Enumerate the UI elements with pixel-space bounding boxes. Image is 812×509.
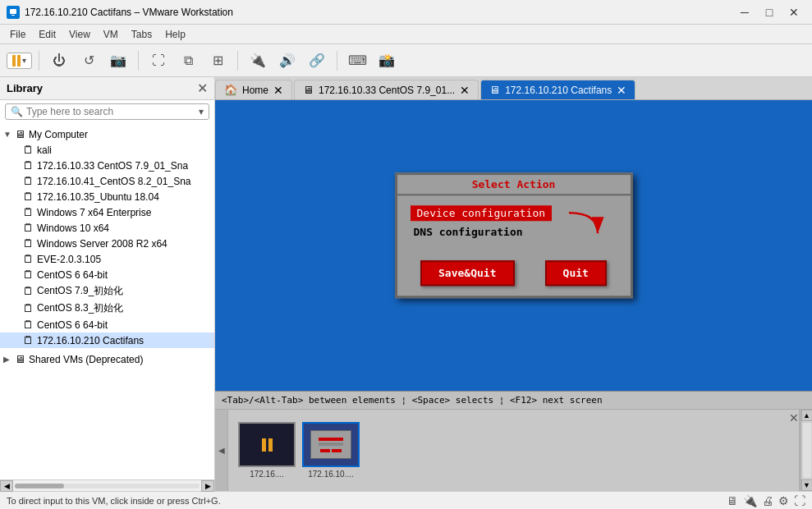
cactifans-tab-close[interactable]: ✕ [617,85,626,96]
tree-item-win7[interactable]: 🗒 Windows 7 x64 Enterprise [0,204,214,220]
snapshot-button[interactable]: 📷 [105,48,131,73]
vm-tree: ▼ 🖥 My Computer 🗒 kali 🗒 172.16.10.33 Ce… [0,123,214,479]
tree-item-eve[interactable]: 🗒 EVE-2.0.3.105 [0,251,214,267]
tree-item-win10[interactable]: 🗒 Windows 10 x64 [0,220,214,236]
settings-status-icon[interactable]: ⚙ [778,494,789,507]
thumbnail-1[interactable]: 172.16.... [238,422,296,479]
thumb-vscroll-up[interactable]: ▲ [801,410,813,421]
sidebar-close-button[interactable]: ✕ [197,80,208,96]
saveandquit-button[interactable]: Save&Quit [420,260,514,286]
expand-icon[interactable]: ▼ [3,130,15,139]
tree-item-ubuntu[interactable]: 🗒 172.16.10.35_Ubuntu 18.04 [0,189,214,204]
tree-item-winserver[interactable]: 🗒 Windows Server 2008 R2 x64 [0,236,214,251]
menu-bar: File Edit View VM Tabs Help [0,25,812,44]
send-key-button[interactable]: ⌨ [344,48,370,73]
select-action-dialog: Select Action Device configuration DNS c… [395,172,633,298]
search-input[interactable] [26,106,195,117]
scroll-left-arrow[interactable]: ◀ [0,480,13,492]
status-text: <Tab>/<Alt-Tab> between elements ¦ <Spac… [222,395,603,406]
tree-item-sharedvms[interactable]: ▶ 🖥 Shared VMs (Deprecated) [0,351,214,367]
sound-button[interactable]: 🔊 [274,48,300,73]
view-button[interactable]: ⊞ [204,48,231,73]
tab-cactifans[interactable]: 🖥 172.16.10.210 Cactifans ✕ [480,80,635,99]
sidebar-scrollbar[interactable]: ◀ ▶ [0,479,214,491]
home-tab-icon: 🏠 [224,84,237,96]
home-tab-close[interactable]: ✕ [273,85,283,96]
tree-item-centos6b[interactable]: 🗒 CentOS 6 64-bit [0,317,214,332]
menu-file[interactable]: File [3,27,32,42]
bottom-status-bar: To direct input to this VM, click inside… [0,491,812,509]
thumb-vscroll-track[interactable] [803,423,811,478]
vm-file-icon: 🗒 [23,237,34,250]
quit-button[interactable]: Quit [545,260,607,286]
thumbnail-2[interactable]: 172.16.10.... [302,422,360,479]
scroll-thumb[interactable] [15,484,64,488]
vm-file-icon: 🗒 [23,319,34,331]
search-box[interactable]: 🔍 ▾ [5,103,209,120]
vm-file-icon: 🗒 [23,222,34,234]
title-bar-left: 172.16.10.210 Cactifans – VMware Worksta… [7,6,233,19]
computer-icon: 🖥 [15,128,25,140]
scroll-right-arrow[interactable]: ▶ [201,480,214,492]
shared-expand-icon[interactable]: ▶ [3,355,15,364]
thumb-scroll-left[interactable]: ◀ [215,410,228,491]
tab-home[interactable]: 🏠 Home ✕ [215,80,292,99]
usb-button[interactable]: 🔗 [304,48,330,73]
centos-tab-icon: 🖥 [303,84,314,96]
vm-icon [7,6,20,19]
tree-item-centos79init[interactable]: 🗒 CentOS 7.9_初始化 [0,282,214,300]
network-button[interactable]: 🔌 [245,48,271,73]
vm-file-icon: 🗒 [23,268,34,281]
fullscreen-status-icon[interactable]: ⛶ [794,494,805,507]
menu-edit[interactable]: Edit [32,27,62,42]
window-title: 172.16.10.210 Cactifans – VMware Worksta… [25,7,233,18]
revert-button[interactable]: ↺ [76,48,102,73]
maximize-button[interactable]: □ [758,4,781,21]
dialog-option-dns[interactable]: DNS configuration [411,224,553,240]
pause-button[interactable]: ▾ [7,53,32,69]
tab-centos[interactable]: 🖥 172.16.10.33 CentOS 7.9_01... ✕ [294,80,479,99]
thumbnail-strip-close[interactable]: ✕ [789,411,799,424]
unity-button[interactable]: ⧉ [175,48,201,73]
dialog-option-device[interactable]: Device configuration [411,205,553,221]
cactifans-tab-icon: 🖥 [489,84,500,96]
pause-dropdown[interactable]: ▾ [22,56,26,65]
menu-tabs[interactable]: Tabs [125,27,158,42]
centos-tab-label: 172.16.10.33 CentOS 7.9_01... [319,85,455,96]
search-icon: 🔍 [11,106,23,117]
network-status-icon[interactable]: 🖥 [727,494,738,507]
thumb-vscroll[interactable]: ▲ ▼ [801,410,812,491]
fullscreen-button[interactable]: ⛶ [145,48,172,73]
toolbar: ▾ ⏻ ↺ 📷 ⛶ ⧉ ⊞ 🔌 🔊 🔗 ⌨ 📸 [0,44,812,77]
screenshot-button[interactable]: 📸 [374,48,400,73]
thumbnail-strip: ✕ ◀ 172.16.... [215,409,812,491]
menu-help[interactable]: Help [158,27,192,42]
tree-root-mycomputer[interactable]: ▼ 🖥 My Computer [0,126,214,142]
search-dropdown-icon[interactable]: ▾ [199,106,204,117]
vm-file-icon: 🗒 [23,190,34,203]
minimize-button[interactable]: ─ [733,4,756,21]
tree-item-centos82[interactable]: 🗒 172.16.10.41_CentOS 8.2_01_Sna [0,173,214,189]
vm-display[interactable]: Select Action Device configuration DNS c… [215,100,812,391]
tree-item-centos6a[interactable]: 🗒 CentOS 6 64-bit [0,267,214,282]
power-button[interactable]: ⏻ [46,48,72,73]
svg-rect-1 [10,9,16,14]
close-button[interactable]: ✕ [782,4,805,21]
svg-rect-2 [11,15,15,16]
menu-view[interactable]: View [62,27,97,42]
bottom-status-text: To direct input to this VM, click inside… [7,496,221,506]
thumb-vscroll-down[interactable]: ▼ [801,479,813,491]
shared-icon: 🖥 [15,353,25,365]
print-status-icon[interactable]: 🖨 [762,494,773,507]
tree-item-centos79[interactable]: 🗒 172.16.10.33 CentOS 7.9_01_Sna [0,158,214,173]
tree-item-kali[interactable]: 🗒 kali [0,142,214,158]
tab-bar: 🏠 Home ✕ 🖥 172.16.10.33 CentOS 7.9_01...… [215,77,812,100]
scroll-track[interactable] [15,484,200,488]
vm-file-icon: 🗒 [23,206,34,218]
usb-status-icon[interactable]: 🔌 [743,494,757,507]
separator-1 [39,51,39,71]
centos-tab-close[interactable]: ✕ [460,85,470,96]
menu-vm[interactable]: VM [97,27,125,42]
tree-item-centos83init[interactable]: 🗒 CentOS 8.3_初始化 [0,300,214,317]
tree-item-cactifans[interactable]: 🗒 172.16.10.210 Cactifans [0,332,214,348]
